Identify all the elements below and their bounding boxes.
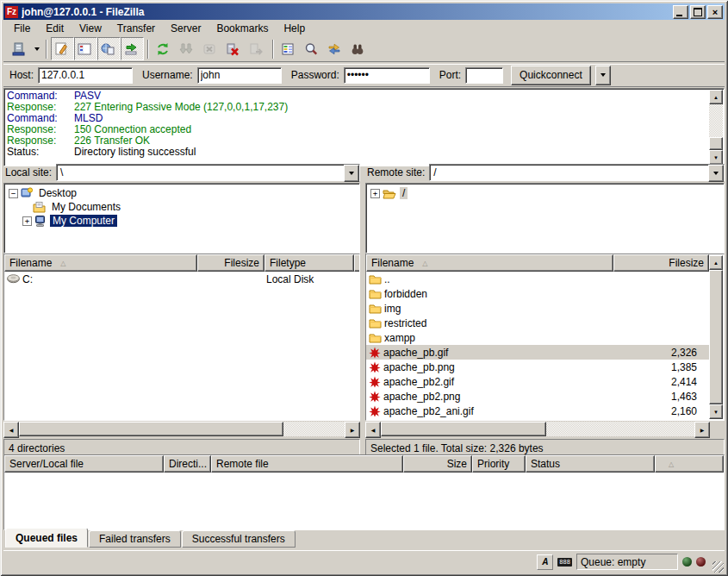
tab-queued-files[interactable]: Queued files	[5, 528, 88, 548]
scrollbar-thumb[interactable]	[19, 422, 283, 436]
tab-label: Queued files	[16, 532, 78, 544]
disconnect-button[interactable]	[222, 37, 246, 60]
scroll-left-icon[interactable]: ◀	[365, 422, 381, 438]
file-row[interactable]: ..	[366, 272, 709, 286]
process-queue-button[interactable]	[176, 37, 199, 60]
transfer-type-icon[interactable]: A	[537, 554, 553, 570]
sync-browsing-icon	[327, 42, 341, 56]
find-files-button[interactable]	[347, 37, 370, 60]
port-input[interactable]	[465, 67, 503, 84]
queue-column-header-remotefile[interactable]: Remote file	[211, 455, 403, 473]
tree-item-label: /	[400, 187, 408, 199]
toggle-message-log-button[interactable]	[51, 37, 74, 60]
log-vertical-scrollbar[interactable]: ▲ ▼	[709, 90, 723, 165]
close-button[interactable]: ×	[707, 5, 723, 19]
remote-vertical-scrollbar[interactable]: ▲ ▼	[709, 255, 723, 419]
queue-column-header-size[interactable]: Size	[403, 455, 472, 473]
scrollbar-thumb[interactable]	[709, 270, 723, 404]
quickconnect-dropdown-button[interactable]	[595, 66, 611, 85]
remote-file-list: Filename△Filesize ..forbiddenimgrestrict…	[365, 254, 725, 421]
minimize-button[interactable]	[673, 5, 688, 19]
tree-item[interactable]: My Documents	[4, 200, 359, 214]
file-row[interactable]: xampp	[366, 330, 709, 345]
file-size-cell: 1,385	[613, 361, 709, 373]
quickconnect-button[interactable]: Quickconnect	[511, 66, 591, 85]
scroll-right-icon[interactable]: ▶	[694, 422, 710, 438]
tree-item[interactable]: +My Computer	[4, 214, 359, 228]
tab-failed-transfers[interactable]: Failed transfers	[89, 530, 181, 548]
queue-column-header-directi[interactable]: Directi...	[164, 455, 211, 473]
filter-button[interactable]	[277, 37, 301, 60]
site-manager-icon	[11, 42, 25, 56]
site-manager-dropdown[interactable]	[31, 38, 42, 59]
scroll-up-icon[interactable]: ▲	[709, 90, 723, 104]
maximize-button[interactable]	[690, 5, 706, 19]
tab-successful-transfers[interactable]: Successful transfers	[182, 530, 296, 548]
site-manager-button[interactable]	[8, 37, 31, 60]
close-icon: ×	[712, 8, 718, 16]
queue-column-header-x[interactable]: △	[655, 455, 724, 473]
documents-icon	[33, 201, 46, 213]
queue-column-header-serverlocalfile[interactable]: Server/Local file	[4, 455, 164, 473]
menu-server[interactable]: Server	[163, 21, 208, 36]
menu-bookmarks[interactable]: Bookmarks	[208, 21, 276, 36]
scroll-down-icon[interactable]: ▼	[709, 404, 723, 419]
username-input[interactable]	[197, 67, 282, 84]
remote-column-header-filename[interactable]: Filename△	[366, 254, 613, 272]
scroll-left-icon[interactable]: ◀	[3, 422, 19, 438]
file-row[interactable]: forbidden	[366, 286, 709, 301]
local-column-header-filename[interactable]: Filename△	[4, 254, 197, 272]
local-site-combo[interactable]: \	[56, 164, 360, 181]
remote-site-dropdown-button[interactable]	[708, 165, 724, 182]
scroll-up-icon[interactable]: ▲	[709, 255, 723, 270]
local-column-header-l[interactable]: L	[354, 254, 360, 272]
remote-column-header-filesize[interactable]: Filesize	[613, 254, 709, 272]
app-icon[interactable]: Fz	[5, 6, 18, 18]
resize-grip[interactable]	[712, 561, 724, 573]
file-row[interactable]: C:Local Disk	[4, 272, 359, 286]
directory-comparison-button[interactable]	[301, 37, 324, 60]
menu-transfer[interactable]: Transfer	[109, 21, 163, 36]
queue-column-header-priority[interactable]: Priority	[472, 455, 526, 473]
local-column-header-filesize[interactable]: Filesize	[197, 254, 264, 272]
host-input[interactable]	[38, 67, 133, 84]
scrollbar-thumb[interactable]	[709, 137, 723, 150]
toggle-local-tree-button[interactable]	[74, 37, 97, 60]
remote-site-combo[interactable]: /	[429, 164, 725, 181]
scroll-right-icon[interactable]: ▶	[345, 422, 360, 438]
window-title: john@127.0.0.1 - FileZilla	[22, 6, 673, 18]
cancel-operation-button[interactable]	[199, 37, 222, 60]
reconnect-button[interactable]	[246, 37, 269, 60]
menu-edit[interactable]: Edit	[38, 21, 72, 36]
file-row[interactable]: apache_pb2.gif2,414	[366, 374, 709, 389]
tree-item[interactable]: +/	[366, 186, 724, 200]
column-header-label: Directi...	[169, 458, 207, 470]
local-site-dropdown-button[interactable]	[344, 165, 359, 182]
menu-help[interactable]: Help	[276, 21, 313, 36]
expand-icon[interactable]: +	[370, 189, 380, 198]
file-row[interactable]: restricted	[366, 316, 709, 330]
column-header-label: Priority	[477, 458, 509, 470]
file-row[interactable]: apache_pb2_ani.gif2,160	[366, 404, 709, 418]
menu-view[interactable]: View	[72, 21, 109, 36]
local-column-header-filetype[interactable]: Filetype	[264, 254, 354, 272]
file-row[interactable]: apache_pb.png1,385	[366, 360, 709, 374]
collapse-icon[interactable]: −	[9, 189, 18, 198]
host-label: Host:	[9, 69, 34, 81]
menu-file[interactable]: File	[6, 21, 38, 36]
refresh-button[interactable]	[152, 37, 176, 60]
scrollbar-thumb[interactable]	[381, 422, 546, 436]
toggle-remote-tree-button[interactable]	[97, 37, 121, 60]
tree-item[interactable]: −Desktop	[4, 186, 359, 200]
queue-column-header-status[interactable]: Status	[526, 455, 655, 473]
synchronized-browsing-button[interactable]	[324, 37, 347, 60]
file-row[interactable]: apache_pb2.png1,463	[366, 389, 709, 404]
expand-icon[interactable]: +	[22, 216, 32, 226]
file-row[interactable]: apache_pb.gif2,326	[366, 345, 709, 360]
local-horizontal-scrollbar[interactable]: ◀ ▶	[3, 422, 360, 436]
speed-limit-icon[interactable]: 888	[557, 558, 572, 567]
remote-horizontal-scrollbar[interactable]: ◀ ▶	[365, 422, 725, 436]
password-input[interactable]	[344, 67, 430, 84]
toggle-queue-button[interactable]	[121, 37, 144, 60]
file-row[interactable]: img	[366, 301, 709, 316]
